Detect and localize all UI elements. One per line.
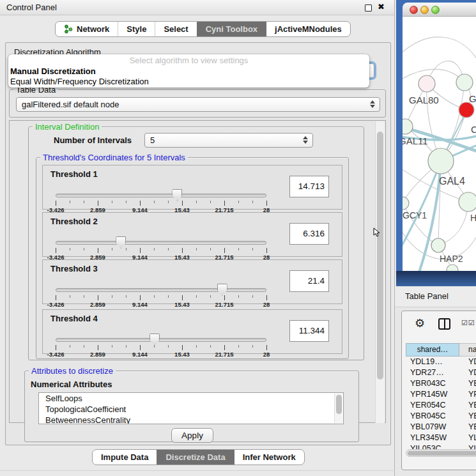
threshold-4-value-field[interactable]: 11.344 [289,320,329,342]
threshold-3-value-field[interactable]: 21.4 [289,270,329,292]
node-hap2[interactable] [431,238,445,252]
tick-label: 28 [263,351,270,358]
threshold-2-value-field[interactable]: 6.316 [289,223,329,245]
interval-definition-title: Interval Definition [33,122,102,132]
table-row[interactable]: YPR145WYPR1 [406,389,476,400]
gear-icon[interactable]: ⚙ [415,316,425,330]
table-row[interactable]: YER054CYER0 [406,400,476,411]
threshold-1-value-field[interactable]: 14.713 [289,176,329,197]
scrollbar-thumb[interactable] [408,451,476,456]
control-panel: Control Panel ✖ Network Style Select Cyn… [0,0,395,476]
tab-infer-network[interactable]: Infer Network [234,450,304,464]
slider-track[interactable] [56,241,266,245]
float-window-icon[interactable] [365,4,372,12]
slider-track[interactable] [56,194,266,197]
slider-thumb[interactable] [150,334,160,346]
tick-label: 15.43 [174,351,190,358]
threshold-1-box: Threshold 1 -3.426 2.859 9.144 15.43 21.… [42,165,342,210]
dropdown-option-equal-width[interactable]: Equal Width/Frequency Discretization [8,77,369,87]
network-window-titlebar[interactable] [403,3,476,17]
threshold-1-slider[interactable]: -3.426 2.859 9.144 15.43 21.715 28 [56,188,266,210]
table-horizontal-scrollbar[interactable] [406,449,476,457]
column-header-shared-name[interactable]: shared… [406,343,459,357]
node-gal11[interactable] [403,119,413,134]
combo-arrows-icon [370,100,376,108]
top-tab-bar: Network Style Select Cyni Toolbox jActiv… [55,21,351,37]
node-table: shared… na YDL19…YDL1 YDR27…YDR2 YBR043C… [406,343,476,450]
close-icon[interactable]: ✖ [378,2,385,12]
num-intervals-combobox[interactable]: 5 [144,133,313,148]
node-top-right[interactable] [456,74,473,91]
node-bottom[interactable] [447,265,458,271]
tick-label: 9.144 [132,301,148,308]
slider-track[interactable] [56,338,266,342]
control-panel-titlebar: Control Panel ✖ [0,0,394,15]
tab-discretize-data[interactable]: Discretize Data [157,450,233,464]
slider-track[interactable] [56,288,266,292]
table-data-group: Table Data galFiltered.sif default node [9,89,386,118]
threshold-2-slider[interactable]: -3.426 2.859 9.144 15.43 21.715 28 [56,236,266,257]
settings-vertical-scrollbar[interactable] [375,121,385,423]
list-item[interactable]: BetweennessCentrality [39,415,343,424]
table-row[interactable]: YBR045CYBR0 [406,411,476,422]
node-label-gal4: GAL4 [439,176,465,187]
tick-label: 2.859 [90,351,105,358]
threshold-3-slider[interactable]: -3.426 2.859 9.144 15.43 21.715 28 [56,283,266,305]
node-gal80[interactable] [418,75,435,92]
scrollbar-thumb[interactable] [336,395,342,414]
slider-thumb[interactable] [116,236,126,249]
tab-network-label: Network [77,24,109,34]
numerical-attributes-list: SelfLoops TopologicalCoefficient Between… [38,392,344,424]
attributes-scrollbar[interactable] [334,394,342,423]
tick-label: 28 [263,301,270,308]
column-header-name[interactable]: na [459,343,476,357]
close-traffic-light[interactable] [410,6,418,14]
node-his[interactable] [459,192,476,211]
attributes-group-title: Attributes to discretize [29,366,116,376]
slider-thumb[interactable] [217,284,227,296]
slider-ticks [56,201,266,206]
node-gal4[interactable] [428,148,454,174]
list-item[interactable]: SelfLoops [39,393,343,404]
table-row[interactable]: YDR27…YDR2 [406,367,476,378]
panel-title: Control Panel [6,3,57,12]
bottom-tab-bar: Impute Data Discretize Data Infer Networ… [92,449,305,465]
slider-ticks [56,295,266,301]
node-label-c: C [471,124,476,135]
threshold-4-slider[interactable]: -3.426 2.859 9.144 15.43 21.715 28 [56,333,266,355]
network-window-bottom-frame [396,271,476,286]
tab-cyni-toolbox[interactable]: Cyni Toolbox [197,22,266,36]
list-item[interactable]: TopologicalCoefficient [39,404,343,415]
network-view-window: GAL80 GA C GAL11 GAL4 GCY1 H HAP2 [396,0,476,286]
network-canvas[interactable]: GAL80 GA C GAL11 GAL4 GCY1 H HAP2 [403,17,476,271]
table-row[interactable]: YLR345WYLR3 [406,433,476,443]
tab-impute-data[interactable]: Impute Data [93,450,157,464]
node-label-gcy1: GCY1 [403,210,427,220]
scrollbar-thumb[interactable] [377,132,383,380]
node-gcy1[interactable] [403,197,409,210]
node-selected-red[interactable] [459,102,474,118]
column-select-icon[interactable]: ☑☑ [461,319,475,327]
table-row[interactable]: YBL079WYBL0 [406,422,476,433]
tick-label: 15.43 [174,301,190,308]
tab-style[interactable]: Style [118,22,155,36]
table-row[interactable]: YBR043CYBR0 [406,378,476,389]
mouse-cursor [373,227,380,237]
combo-arrows-icon [303,136,309,144]
split-columns-icon[interactable] [438,318,450,330]
table-data-combobox[interactable]: galFiltered.sif default node [16,97,380,112]
node-label-gal80: GAL80 [409,95,439,105]
tick-label: -3.426 [47,301,65,308]
table-row[interactable]: YDL19…YDL1 [406,357,476,367]
tab-network[interactable]: Network [56,22,118,36]
minimize-traffic-light[interactable] [420,6,429,14]
tab-jactivemnodules[interactable]: jActiveMNodules [266,22,350,36]
tab-select[interactable]: Select [155,22,196,36]
slider-thumb[interactable] [172,189,182,201]
dropdown-option-manual[interactable]: Manual Discretization [8,66,369,77]
apply-button[interactable]: Apply [171,428,213,443]
node-label-h: H [470,213,476,223]
zoom-traffic-light[interactable] [431,6,440,14]
table-panel-title: Table Panel [405,291,449,301]
slider-ticks [56,248,266,254]
